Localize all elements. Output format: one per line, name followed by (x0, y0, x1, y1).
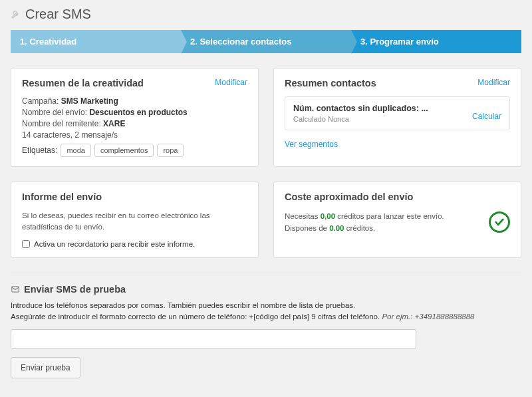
tags-label: Etiquetas: (22, 146, 57, 155)
modify-contacts-link[interactable]: Modificar (477, 78, 510, 87)
step-schedule[interactable]: 3. Programar envío (351, 30, 521, 53)
step-contacts[interactable]: 2. Seleccionar contactos (181, 30, 351, 53)
tag-item[interactable]: moda (61, 144, 91, 157)
step-label: 3. Programar envío (360, 37, 439, 47)
send-test-button[interactable]: Enviar prueba (11, 357, 80, 378)
report-reminder-checkbox-row[interactable]: Activa un recordatorio para recibir este… (22, 240, 247, 248)
divider (11, 273, 521, 273)
card-title: Coste aproximado del envío (285, 192, 510, 202)
wizard-steps: 1. Creatividad 2. Seleccionar contactos … (11, 30, 521, 53)
checkbox-label: Activa un recordatorio para recibir este… (34, 240, 195, 248)
card-title: Resumen de la creatividad (22, 78, 247, 88)
report-desc: Si lo deseas, puedes recibir en tu corre… (22, 210, 247, 233)
test-phone-input[interactable] (11, 329, 416, 349)
charinfo-field: 14 caracteres, 2 mensaje/s (22, 130, 247, 140)
cost-card: Coste aproximado del envío Necesitas 0,0… (273, 182, 521, 258)
page-title-text: Crear SMS (25, 7, 91, 22)
sender-field: Nombre del remitente: XARE (22, 119, 247, 128)
contacts-count-sub: Calculado Nunca (293, 115, 501, 123)
test-desc: Introduce los teléfonos separados por co… (11, 300, 521, 323)
campaign-field: Campaña: SMS Marketing (22, 96, 247, 106)
contacts-summary-card: Resumen contactos Modificar Núm. contact… (273, 68, 521, 167)
page-title: Crear SMS (11, 7, 521, 22)
card-title: Informe del envío (22, 192, 247, 202)
report-card: Informe del envío Si lo deseas, puedes r… (11, 182, 259, 258)
contacts-count-box: Núm. contactos sin duplicados: ... Calcu… (285, 96, 510, 130)
step-label: 2. Seleccionar contactos (190, 37, 291, 47)
tags-row: Etiquetas: moda complementos ropa (22, 144, 247, 157)
test-section-title: Enviar SMS de prueba (11, 284, 521, 295)
wrench-icon (11, 9, 21, 20)
card-title: Resumen contactos (285, 78, 510, 88)
tag-item[interactable]: ropa (157, 144, 184, 157)
creativity-summary-card: Resumen de la creatividad Modificar Camp… (11, 68, 259, 167)
test-sms-section: Enviar SMS de prueba Introduce los teléf… (11, 284, 521, 379)
calculate-link[interactable]: Calcular (472, 112, 501, 121)
modify-creativity-link[interactable]: Modificar (215, 78, 247, 87)
contacts-count-title: Núm. contactos sin duplicados: ... (293, 104, 501, 113)
test-title-text: Enviar SMS de prueba (24, 284, 126, 295)
mail-icon (11, 285, 20, 294)
report-reminder-checkbox[interactable] (22, 240, 30, 248)
cost-text: Necesitas 0,00 créditos para lanzar este… (285, 210, 479, 235)
view-segments-link[interactable]: Ver segmentos (285, 140, 338, 149)
sendname-field: Nombre del envío: Descuentos en producto… (22, 108, 247, 117)
tag-item[interactable]: complementos (94, 144, 154, 157)
step-label: 1. Creatividad (20, 37, 76, 47)
check-circle-icon (489, 211, 510, 233)
step-creativity[interactable]: 1. Creatividad (11, 30, 181, 53)
